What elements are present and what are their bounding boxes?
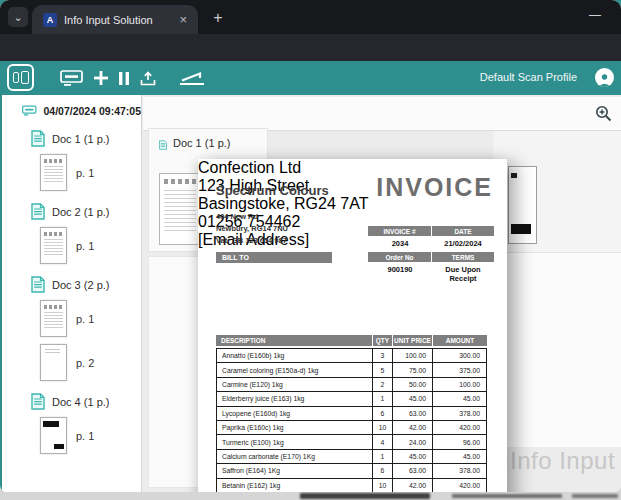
- table-row: Saffron (E164) 1Kg 6 63.00 378.00: [216, 464, 487, 478]
- invoice-terms: Due Upon Receipt: [432, 265, 494, 283]
- doc-label-row[interactable]: Doc 3 (2 p.): [31, 276, 141, 293]
- doc-card-label: Doc 1 (1 p.): [173, 136, 203, 150]
- page-thumbnail[interactable]: [40, 300, 67, 337]
- upload-button[interactable]: [140, 71, 156, 86]
- background-window: [452, 494, 562, 498]
- page-thumbnail[interactable]: [159, 173, 201, 245]
- document-icon: [31, 130, 45, 147]
- browser-window: ⌄ A Info Input Solution × + — ← → ⟳ dem: [0, 0, 621, 492]
- invoice-meta-top: INVOICE # DATE 2034 21/02/2024: [368, 226, 494, 248]
- document-icon: [31, 203, 45, 220]
- invoice-meta-order: Order No TERMS 900190 Due Upon Receipt: [368, 252, 494, 283]
- doc-label: Doc 2 (1 p.): [52, 206, 109, 218]
- app-logo-icon: [7, 64, 34, 91]
- table-row: Calcium carbonate (E170) 1Kg 1 45.00 45.…: [216, 450, 487, 464]
- table-row: Elderberry juice (E163) 1kg 1 45.00 45.0…: [216, 392, 487, 406]
- page-label: p. 1: [76, 240, 94, 252]
- scan-profile-label[interactable]: Default Scan Profile: [480, 71, 577, 83]
- page-node[interactable]: p. 1: [40, 300, 141, 337]
- doc-label-row[interactable]: Doc 4 (1 p.): [31, 393, 141, 410]
- doc-label-row[interactable]: Doc 2 (1 p.): [31, 203, 141, 220]
- tab-title: Info Input Solution: [64, 14, 176, 26]
- table-row: Betanin (E162) 1kg 10 42.00 420.00: [216, 479, 487, 492]
- app-content: 04/07/2024 09:47:05: [0, 95, 621, 492]
- background-window: [300, 493, 430, 499]
- page-label: p. 1: [76, 313, 94, 325]
- tab-search-button[interactable]: ⌄: [8, 7, 28, 27]
- page-thumbnail[interactable]: [508, 166, 537, 244]
- window-minimize-button[interactable]: —: [581, 4, 609, 26]
- invoice-number: 2034: [368, 239, 432, 248]
- doc-node: Doc 3 (2 p.) p. 1 p. 2: [2, 276, 141, 381]
- doc-node: Doc 4 (1 p.) p. 1: [2, 393, 141, 454]
- page-thumbnail[interactable]: [40, 227, 67, 264]
- add-button[interactable]: [94, 71, 108, 85]
- invoice-page-preview[interactable]: Spectrum Colours INVOICE 404 New Rd Newb…: [198, 159, 507, 492]
- batch-timestamp: 04/07/2024 09:47:05: [44, 105, 142, 117]
- batch-button[interactable]: [60, 69, 83, 87]
- document-icon: [31, 276, 45, 293]
- page-thumbnail[interactable]: [40, 417, 67, 454]
- browser-tab[interactable]: A Info Input Solution ×: [32, 5, 198, 34]
- items-table-header: DESCRIPTION QTY UNIT PRICE AMOUNT: [216, 335, 487, 346]
- invoice-date: 21/02/2024: [432, 239, 494, 248]
- doc-label: Doc 3 (2 p.): [52, 279, 109, 291]
- page-label: p. 2: [76, 357, 94, 369]
- app-toolbar: Default Scan Profile: [0, 61, 621, 95]
- table-row: Paprika (E160c) 1kg 10 42.00 420.00: [216, 421, 487, 435]
- page-node[interactable]: p. 1: [40, 417, 141, 454]
- watermark-text: Info Input Solution: [510, 447, 621, 475]
- table-row: Carmine (E120) 1kg 2 50.00 100.00: [216, 378, 487, 392]
- order-number: 900190: [368, 265, 432, 283]
- page-node[interactable]: p. 2: [40, 344, 141, 381]
- doc-node: Doc 1 (1 p.) p. 1: [2, 130, 141, 191]
- document-icon: [31, 393, 45, 410]
- tab-close-icon[interactable]: ×: [176, 12, 190, 27]
- new-tab-button[interactable]: +: [208, 8, 228, 28]
- invoice-company-address: 404 New Rd Newbury, RG14 7NU Vat: GB 123…: [216, 211, 288, 247]
- table-row: Turmeric (E100) 1kg 4 24.00 96.00: [216, 435, 487, 449]
- page-node[interactable]: p. 1: [40, 227, 141, 264]
- table-row: Caramel coloring (E150a-d) 1kg 5 75.00 3…: [216, 363, 487, 377]
- bill-to-header: BILL TO: [216, 252, 332, 263]
- doc-label-row[interactable]: Doc 1 (1 p.): [31, 130, 141, 147]
- tab-favicon-icon: A: [43, 13, 57, 27]
- document-icon: [159, 136, 167, 154]
- doc-label: Doc 4 (1 p.): [52, 396, 109, 408]
- batch-icon: [22, 103, 37, 118]
- page-node[interactable]: p. 1: [40, 154, 141, 191]
- account-icon[interactable]: [595, 68, 614, 87]
- pause-button[interactable]: [119, 72, 129, 85]
- invoice-title: INVOICE: [376, 173, 493, 202]
- table-row: Annatto (E160b) 1kg 3 100.00 300.00: [216, 349, 487, 363]
- address-bar: ← → ⟳ demo.aac-cloud.co.uk/client-html/ …: [0, 34, 621, 61]
- screen: ⌄ A Info Input Solution × + — ← → ⟳ dem: [0, 0, 621, 500]
- batch-node[interactable]: 04/07/2024 09:47:05: [22, 103, 141, 118]
- table-row: Lycopene (E160d) 1kg 6 63.00 378.00: [216, 407, 487, 421]
- scanner-button[interactable]: [179, 70, 205, 87]
- document-tree-sidebar: 04/07/2024 09:47:05: [2, 95, 142, 492]
- doc-label: Doc 1 (1 p.): [52, 133, 109, 145]
- doc-node: Doc 2 (1 p.) p. 1: [2, 203, 141, 264]
- invoice-company-name: Spectrum Colours: [216, 183, 329, 198]
- page-thumbnail[interactable]: [40, 344, 67, 381]
- doc-card-background: [493, 253, 621, 447]
- background-window: [572, 494, 618, 498]
- preview-toolbar: [143, 97, 621, 131]
- invoice-items-table: DESCRIPTION QTY UNIT PRICE AMOUNT Annatt…: [216, 335, 487, 492]
- zoom-in-icon[interactable]: [595, 105, 612, 122]
- page-thumbnail[interactable]: [40, 154, 67, 191]
- page-label: p. 1: [76, 167, 94, 179]
- page-label: p. 1: [76, 430, 94, 442]
- tab-strip: ⌄ A Info Input Solution × + —: [0, 0, 621, 34]
